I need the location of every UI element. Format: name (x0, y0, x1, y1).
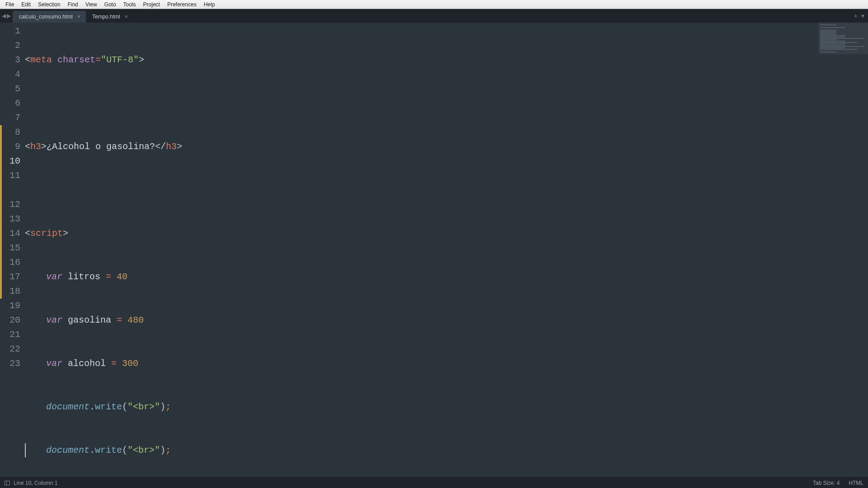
tab-label: Tempo.html (92, 14, 120, 20)
close-icon[interactable]: × (77, 14, 80, 19)
tab-bar: ◀ ▶ calculo_consumo.html × Tempo.html × … (0, 9, 868, 23)
menu-preferences[interactable]: Preferences (164, 0, 200, 9)
code-area[interactable]: <meta charset="UTF-8"> <h3>¿Alcohol o ga… (25, 23, 818, 477)
menu-goto[interactable]: Goto (101, 0, 120, 9)
nav-forward-icon[interactable]: ▶ (6, 13, 11, 19)
tab-calculo-consumo[interactable]: calculo_consumo.html × (13, 11, 86, 23)
tab-history-nav: ◀ ▶ (0, 9, 13, 23)
tab-tempo[interactable]: Tempo.html × (86, 11, 133, 23)
tab-label: calculo_consumo.html (19, 14, 73, 20)
close-icon[interactable]: × (125, 14, 128, 19)
menu-bar: File Edit Selection Find View Goto Tools… (0, 0, 868, 9)
tab-dropdown-icon[interactable]: ▾ (861, 12, 864, 19)
sidebar-toggle-icon[interactable] (5, 481, 10, 485)
menu-tools[interactable]: Tools (120, 0, 140, 9)
menu-find[interactable]: Find (64, 0, 81, 9)
menu-help[interactable]: Help (200, 0, 219, 9)
status-cursor-position[interactable]: Line 10, Column 1 (14, 480, 57, 486)
menu-edit[interactable]: Edit (18, 0, 34, 9)
new-tab-icon[interactable]: + (854, 12, 858, 19)
line-number-gutter: 1234567891011121314151617181920212223 (0, 23, 25, 477)
menu-selection[interactable]: Selection (34, 0, 64, 9)
status-bar: Line 10, Column 1 Tab Size: 4 HTML (0, 477, 868, 488)
menu-project[interactable]: Project (140, 0, 164, 9)
minimap-content (820, 24, 866, 53)
nav-back-icon[interactable]: ◀ (1, 13, 6, 19)
status-syntax[interactable]: HTML (849, 480, 863, 486)
status-tab-size[interactable]: Tab Size: 4 (813, 480, 840, 486)
editor: 1234567891011121314151617181920212223 <m… (0, 23, 868, 477)
menu-view[interactable]: View (82, 0, 101, 9)
menu-file[interactable]: File (2, 0, 18, 9)
minimap[interactable] (818, 23, 868, 477)
text-cursor (25, 443, 26, 457)
